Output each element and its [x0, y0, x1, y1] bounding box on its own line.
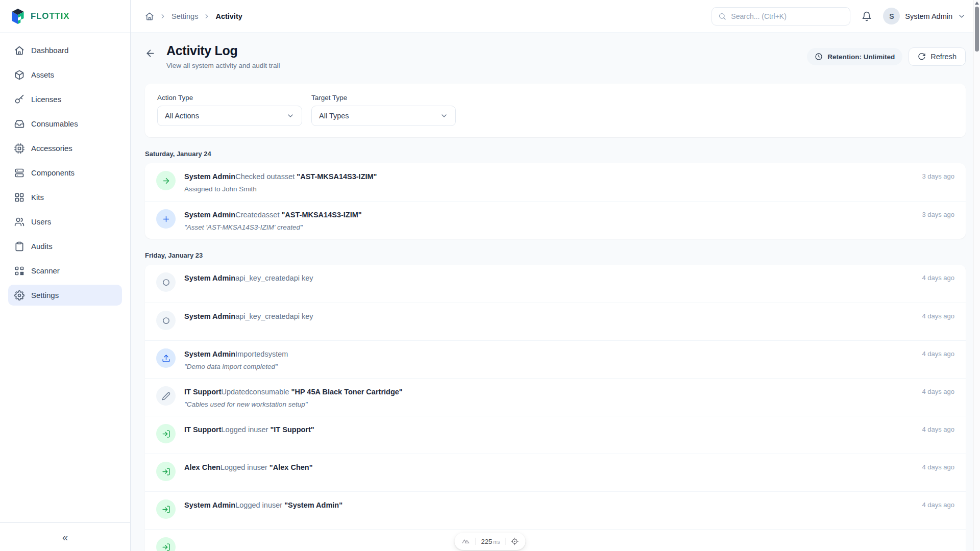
activity-text: Alex ChenLogged inuser "Alex Chen" [184, 461, 913, 473]
sidebar-item-users[interactable]: Users [8, 211, 122, 232]
clipboard-icon [14, 241, 24, 252]
activity-time: 4 days ago [922, 461, 954, 471]
brand[interactable]: FLOTTIX [0, 0, 130, 33]
sidebar-item-components[interactable]: Components [8, 162, 122, 183]
scrollbar-thumb[interactable] [975, 7, 979, 52]
divider [505, 538, 506, 545]
activity-group-card: System Adminapi_key_createdapi key4 days… [145, 265, 966, 551]
inbox-icon [14, 119, 24, 129]
activity-text: System AdminCreatedasset "AST-MKSA14S3-I… [184, 209, 913, 231]
activity-time: 4 days ago [922, 386, 954, 395]
activity-row: System AdminChecked outasset "AST-MKSA14… [145, 163, 966, 201]
sidebar-item-settings[interactable]: Settings [8, 285, 122, 306]
activity-time: 3 days ago [922, 209, 954, 218]
activity-row: Alex ChenLogged inuser "Alex Chen"4 days… [145, 454, 966, 491]
sidebar-item-label: Consumables [31, 119, 78, 128]
dev-toolbar[interactable]: 225ms [454, 533, 525, 550]
sidebar-item-scanner[interactable]: Scanner [8, 260, 122, 281]
activity-target: "Alex Chen" [267, 463, 313, 471]
activity-text: System AdminImportedsystem"Demo data imp… [184, 348, 913, 370]
activity-row [145, 529, 966, 551]
activity-actor: System Admin [184, 274, 235, 282]
global-search [712, 7, 850, 26]
activity-time: 4 days ago [922, 348, 954, 358]
scrollbar-track[interactable] [973, 0, 980, 551]
avatar: S [883, 8, 900, 24]
chevron-right-icon [203, 13, 210, 20]
activity-actor: System Admin [184, 211, 235, 219]
sidebar-collapse-button[interactable]: « [62, 532, 68, 542]
target-type-filter: Target Type All Types [311, 94, 456, 126]
sidebar-item-label: Components [31, 168, 75, 177]
dev-logo-icon [461, 537, 470, 546]
activity-target: "AST-MKSA14S3-IZIM" [295, 172, 377, 181]
chevron-right-icon [159, 13, 166, 20]
qr-code-icon [14, 266, 24, 276]
activity-row: System Adminapi_key_createdapi key4 days… [145, 303, 966, 340]
sidebar-item-assets[interactable]: Assets [8, 64, 122, 85]
activity-action: Updated [222, 388, 250, 396]
activity-actor: System Admin [184, 172, 235, 181]
sidebar-nav: DashboardAssetsLicensesConsumablesAccess… [0, 33, 130, 313]
sidebar-item-label: Assets [31, 70, 54, 79]
sidebar-item-kits[interactable]: Kits [8, 187, 122, 208]
activity-row: IT SupportUpdatedconsumable "HP 45A Blac… [145, 378, 966, 416]
chevron-down-icon [286, 112, 295, 120]
activity-time: 4 days ago [922, 423, 954, 433]
back-button[interactable] [145, 48, 156, 69]
activity-action: Imported [235, 350, 264, 358]
activity-actor: System Admin [184, 501, 235, 509]
user-menu[interactable]: S System Admin [883, 8, 966, 24]
circle-icon [156, 272, 176, 292]
sidebar-item-dashboard[interactable]: Dashboard [8, 40, 122, 61]
activity-action: Created [235, 211, 262, 219]
activity-action: Logged in [220, 463, 253, 471]
breadcrumb-settings[interactable]: Settings [172, 12, 198, 20]
target-type-value: All Types [319, 112, 349, 120]
activity-row: System Adminapi_key_createdapi key4 days… [145, 265, 966, 303]
group-date-heading: Saturday, January 24 [145, 150, 966, 158]
divider [475, 538, 476, 545]
target-type-select[interactable]: All Types [311, 106, 456, 126]
activity-groups: Saturday, January 24System AdminChecked … [145, 150, 966, 551]
log-in-icon [156, 462, 176, 481]
breadcrumb: Settings Activity [145, 12, 242, 21]
activity-action: api_key_created [235, 312, 289, 320]
notifications-button[interactable] [862, 11, 872, 21]
activity-target: "System Admin" [282, 501, 342, 509]
users-icon [14, 217, 24, 227]
activity-actor: IT Support [184, 388, 222, 396]
action-type-select[interactable]: All Actions [157, 106, 302, 126]
action-type-value: All Actions [165, 112, 199, 120]
refresh-button[interactable]: Refresh [909, 47, 966, 66]
target-type-label: Target Type [311, 94, 456, 102]
sidebar-item-accessories[interactable]: Accessories [8, 138, 122, 159]
activity-text: System Adminapi_key_createdapi key [184, 272, 913, 284]
activity-detail: "Demo data import completed" [184, 363, 913, 370]
activity-action: Checked out [235, 172, 277, 181]
retention-badge: Retention: Unlimited [807, 48, 902, 65]
search-input[interactable] [731, 12, 844, 20]
sidebar-spacer [0, 313, 130, 522]
sidebar-item-audits[interactable]: Audits [8, 236, 122, 257]
activity-target: "HP 45A Black Toner Cartridge" [289, 388, 403, 396]
activity-row: System AdminLogged inuser "System Admin"… [145, 491, 966, 529]
home-icon [14, 45, 24, 56]
home-icon[interactable] [145, 12, 154, 21]
sidebar-item-licenses[interactable]: Licenses [8, 89, 122, 110]
activity-text: System AdminLogged inuser "System Admin" [184, 499, 913, 511]
sidebar-item-label: Accessories [31, 144, 72, 153]
scrollbar-up-arrow[interactable] [975, 2, 979, 5]
sidebar-item-consumables[interactable]: Consumables [8, 113, 122, 134]
activity-time: 3 days ago [922, 170, 954, 180]
user-name: System Admin [905, 12, 952, 20]
plus-icon [156, 209, 176, 229]
box-icon [14, 70, 24, 80]
sidebar-item-label: Users [31, 217, 51, 226]
action-type-label: Action Type [157, 94, 302, 102]
locate-icon[interactable] [511, 537, 519, 545]
gear-icon [14, 290, 24, 300]
sidebar-item-label: Dashboard [31, 46, 68, 55]
sidebar-item-label: Kits [31, 193, 44, 202]
page-title: Activity Log [166, 43, 280, 58]
